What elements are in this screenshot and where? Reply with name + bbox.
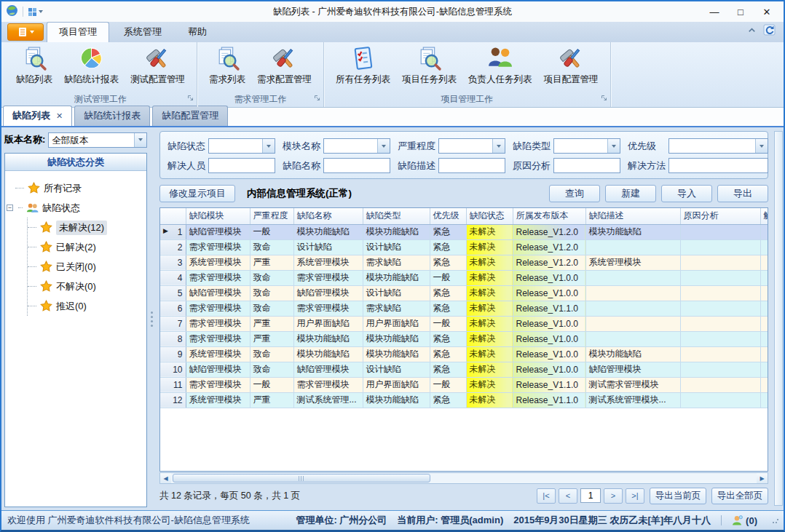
filter-select-defect-type[interactable] — [553, 138, 620, 154]
grid-header-col[interactable]: 缺陷状态 — [466, 208, 513, 224]
grid-row[interactable]: 10缺陷管理模块致命缺陷管理模块设计缺陷紧急未解决Release_V1.0.0缺… — [160, 362, 768, 377]
grid-row[interactable]: 4需求管理模块致命需求管理模块模块功能缺陷一般未解决Release_V1.0.0 — [160, 270, 768, 285]
grid-row[interactable]: 3系统管理模块严重系统管理模块需求缺陷紧急未解决Release_V1.2.0系统… — [160, 255, 768, 270]
dialog-launcher-icon[interactable] — [314, 91, 320, 104]
ribbon-button-defect-list[interactable]: 缺陷列表 — [10, 44, 58, 87]
grid-header-selector[interactable] — [160, 208, 186, 224]
tree-item-resolved[interactable]: 已解决(2) — [28, 237, 143, 257]
grid-row[interactable]: 7需求管理模块严重用户界面缺陷用户界面缺陷一般未解决Release_V1.0.0 — [160, 316, 768, 331]
row-selector[interactable]: ▶1 — [160, 224, 186, 239]
ribbon-button-all-tasks[interactable]: 所有任务列表 — [330, 44, 396, 87]
grid-row[interactable]: 8需求管理模块严重模块功能缺陷模块功能缺陷紧急未解决Release_V1.0.0 — [160, 331, 768, 346]
row-selector[interactable]: 9 — [160, 346, 186, 362]
create-button[interactable]: 新建 — [605, 185, 656, 202]
dialog-launcher-icon[interactable] — [601, 91, 607, 104]
tree-item-all-records[interactable]: 所有记录 — [15, 178, 143, 198]
grid-row[interactable]: 11需求管理模块一般需求管理模块用户界面缺陷一般未解决Release_V1.1.… — [160, 377, 768, 392]
ribbon-button-requirement-config[interactable]: 需求配置管理 — [251, 44, 317, 87]
ribbon-tab-project-management[interactable]: 项目管理 — [47, 22, 109, 42]
app-menu-button[interactable] — [7, 23, 44, 41]
dropdown-button[interactable] — [607, 139, 620, 153]
maximize-button[interactable]: □ — [728, 4, 753, 20]
dropdown-button[interactable] — [755, 139, 768, 153]
row-selector[interactable]: 3 — [160, 255, 186, 270]
export-all-pages-button[interactable]: 导出全部页 — [711, 488, 768, 504]
tree-collapse-icon[interactable]: − — [7, 205, 13, 211]
tree-item-unresolved[interactable]: 未解决(12) — [28, 218, 143, 237]
filter-input-defect-desc[interactable] — [438, 158, 505, 173]
row-selector[interactable]: 12 — [160, 392, 186, 408]
filter-select-priority[interactable] — [668, 138, 768, 154]
import-button[interactable]: 导入 — [661, 185, 712, 202]
tree-item-postponed[interactable]: 推迟(0) — [28, 296, 143, 316]
row-selector[interactable]: 11 — [160, 377, 186, 392]
row-selector[interactable]: 10 — [160, 362, 186, 377]
next-page-button[interactable]: > — [604, 488, 623, 504]
vertical-scrollbar[interactable] — [774, 131, 783, 506]
ribbon-tab-system-management[interactable]: 系统管理 — [112, 23, 173, 42]
ribbon-button-test-config[interactable]: 测试配置管理 — [125, 44, 191, 87]
version-select[interactable]: 全部版本 — [48, 132, 147, 148]
dialog-launcher-icon[interactable] — [187, 91, 194, 104]
grid-header-col[interactable]: 所属发布版本 — [513, 208, 585, 224]
grid-header-col[interactable]: 缺陷类型 — [363, 208, 430, 224]
grid-row[interactable]: 2需求管理模块致命设计缺陷设计缺陷紧急未解决Release_V1.2.0 — [160, 239, 768, 255]
filter-input-cause-analysis[interactable] — [553, 158, 620, 173]
export-current-page-button[interactable]: 导出当前页 — [650, 488, 706, 504]
minimize-button[interactable]: — — [702, 4, 727, 20]
row-selector[interactable]: 4 — [160, 270, 186, 285]
search-button[interactable]: 查询 — [549, 185, 600, 202]
close-button[interactable]: ✕ — [754, 4, 779, 20]
scroll-left-icon[interactable]: ◀ — [160, 473, 171, 483]
ribbon-button-requirement-list[interactable]: 需求列表 — [203, 44, 251, 87]
quick-access-toolbar-button[interactable] — [28, 7, 43, 17]
filter-input-solution[interactable] — [668, 158, 768, 173]
dropdown-button[interactable] — [134, 133, 146, 147]
filter-select-defect-status[interactable] — [208, 138, 275, 154]
grid-header-col[interactable]: 解决方法 — [760, 208, 768, 224]
resize-grip-icon[interactable] — [772, 517, 779, 524]
grid-row[interactable]: 5缺陷管理模块致命缺陷管理模块设计缺陷紧急未解决Release_V1.0.0 — [160, 285, 768, 301]
grid-header-col[interactable]: 原因分析 — [680, 208, 760, 224]
ribbon-button-owner-tasks[interactable]: 负责人任务列表 — [462, 44, 538, 87]
filter-input-resolver[interactable] — [208, 158, 275, 173]
ribbon-help-icon[interactable] — [763, 23, 776, 39]
ribbon-button-defect-report[interactable]: 缺陷统计报表 — [58, 44, 125, 87]
filter-select-severity[interactable] — [438, 138, 505, 154]
grid-header-col[interactable]: 缺陷模块 — [186, 208, 250, 224]
row-selector[interactable]: 2 — [160, 239, 186, 255]
ribbon-button-project-config[interactable]: 项目配置管理 — [538, 44, 604, 87]
panel-splitter[interactable] — [149, 127, 155, 510]
row-selector[interactable]: 5 — [160, 285, 186, 301]
dropdown-button[interactable] — [492, 139, 505, 153]
scrollbar-thumb[interactable] — [173, 474, 430, 483]
online-user-icon[interactable] — [732, 515, 743, 525]
ribbon-tab-help[interactable]: 帮助 — [176, 23, 218, 42]
export-button[interactable]: 导出 — [717, 185, 768, 202]
ribbon-button-project-tasks[interactable]: 项目任务列表 — [396, 44, 462, 87]
tree-item-closed[interactable]: 已关闭(0) — [28, 257, 143, 277]
tab-close-icon[interactable]: ✕ — [56, 111, 63, 121]
row-selector[interactable]: 8 — [160, 331, 186, 346]
grid-header-col[interactable]: 优先级 — [430, 208, 466, 224]
last-page-button[interactable]: >| — [626, 488, 644, 504]
modify-display-button[interactable]: 修改显示项目 — [159, 185, 235, 202]
doc-tab-defect-config[interactable]: 缺陷配置管理 — [152, 106, 228, 126]
grid-row[interactable]: 12系统管理模块严重测试系统管理...模块功能缺陷紧急未解决Release_V1… — [160, 392, 768, 408]
tree-item-wont-fix[interactable]: 不解决(0) — [28, 277, 143, 296]
page-number-input[interactable] — [580, 488, 601, 503]
grid-header-col[interactable]: 严重程度 — [250, 208, 293, 224]
grid-row[interactable]: ▶1缺陷管理模块一般模块功能缺陷模块功能缺陷紧急未解决Release_V1.2.… — [160, 224, 768, 239]
filter-select-module-name[interactable] — [323, 138, 390, 154]
tree-item-defect-status[interactable]: − 缺陷状态 — [7, 198, 143, 218]
dropdown-button[interactable] — [262, 139, 275, 153]
grid-header-col[interactable]: 缺陷描述 — [585, 208, 680, 224]
doc-tab-defect-list[interactable]: 缺陷列表 ✕ — [3, 106, 72, 126]
dropdown-button[interactable] — [377, 139, 390, 153]
first-page-button[interactable]: |< — [537, 488, 556, 504]
prev-page-button[interactable]: < — [559, 488, 577, 504]
row-selector[interactable]: 7 — [160, 316, 186, 331]
grid-row[interactable]: 6需求管理模块致命需求管理模块需求缺陷紧急未解决Release_V1.1.0 — [160, 301, 768, 316]
horizontal-scrollbar[interactable]: ◀ ▶ — [159, 472, 768, 484]
scroll-right-icon[interactable]: ▶ — [757, 473, 768, 483]
